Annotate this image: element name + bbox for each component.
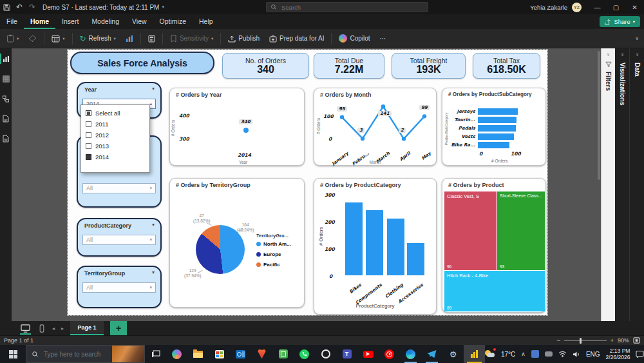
report-title[interactable]: Sales Force Analysis [70,52,214,74]
menu-view[interactable]: View [126,14,153,29]
checkbox-empty[interactable] [86,121,91,127]
chart-orders-by-year[interactable]: # Orders by Year # Orders 400 300 340 20… [169,88,305,166]
zoom-slider-thumb[interactable] [580,338,582,344]
youtube-music-icon[interactable] [379,345,400,363]
edge-browser-icon[interactable] [400,345,421,363]
chevron-down-icon[interactable]: ▾ [152,86,155,92]
menu-home[interactable]: Home [24,14,55,29]
share-button[interactable]: Share ▾ [600,16,640,27]
line-series[interactable] [314,88,437,166]
start-button[interactable] [0,345,26,363]
territory-group-slicer[interactable]: TerritoryGroup ▾ All ▾ [77,266,162,308]
collapse-ribbon-icon[interactable]: ∨ [635,35,639,41]
kpi-card-total-tax[interactable]: Total Tax 618.50K [473,53,540,79]
bar-row[interactable]: Tourin... [444,115,543,124]
next-page-icon[interactable]: ▸ [61,326,64,331]
kpi-card-orders[interactable]: No. of Orders 340 [222,53,309,79]
get-data-button[interactable]: ▾ [49,33,67,44]
copilot-button[interactable]: Copilot [336,32,372,44]
chart-orders-by-month[interactable]: # Orders by Month # Orders 100 0 9531412… [314,88,437,166]
tmdl-view-button[interactable] [0,133,12,144]
brave-browser-icon[interactable] [251,345,272,363]
undo-icon[interactable]: ↶ [13,3,26,11]
product-category-field[interactable]: All ▾ [82,235,156,245]
kpi-card-total-due[interactable]: Total Due 7.22M [314,53,384,79]
chart-orders-by-territorygroup[interactable]: # Orders by TerritoryGroup 47 (13.82%) 1… [169,178,305,308]
redo-icon[interactable]: ↷ [26,3,39,11]
canvas-scrollbar[interactable] [598,51,600,180]
previous-page-icon[interactable]: ◂ [52,326,55,331]
whatsapp-icon[interactable] [294,345,315,363]
treemap-cell-hitch-rack[interactable]: Hitch Rack - 4-Bike 89 [444,271,545,311]
option-select-all[interactable]: Select all [81,108,149,119]
hidden-slicer-field[interactable]: All ▾ [82,183,156,193]
chart-orders-by-product[interactable]: # Orders by Product Classic Vest, S 96 S… [442,178,546,313]
page-tab[interactable]: Page 1 [70,321,104,335]
menu-insert[interactable]: Insert [55,14,85,29]
powerbi-taskbar-icon[interactable] [464,345,485,363]
new-page-button[interactable]: + [110,321,127,335]
menu-file[interactable]: File [0,14,24,29]
green-app-icon[interactable] [272,345,294,363]
expand-pane-icon[interactable]: « [634,53,639,55]
menu-optimize[interactable]: Optimize [153,14,193,29]
temperature-label[interactable]: 17°C [501,351,515,358]
checkbox-checked[interactable] [86,154,91,160]
chevron-down-icon[interactable]: ▾ [152,222,155,228]
search-highlight-image[interactable] [112,346,144,362]
clock[interactable]: 2:13 PM 2/26/2026 [606,348,630,360]
dax-query-view-button[interactable] [0,113,12,124]
teams-icon[interactable]: T [336,345,357,363]
bar-row[interactable]: Vests [444,132,543,141]
visualizations-pane-collapsed[interactable]: « Visualizations [615,48,629,321]
weather-icon[interactable] [485,349,495,358]
expand-pane-icon[interactable]: « [619,53,625,55]
file-explorer-icon[interactable] [187,345,209,363]
task-view-button[interactable] [145,345,166,363]
global-search-box[interactable] [266,2,428,12]
bar-row[interactable]: Jerseys [444,107,543,115]
refresh-button[interactable]: ↻Refresh▾ [77,32,118,45]
kpi-card-total-freight[interactable]: Total Freight 193K [392,53,466,79]
youtube-icon[interactable] [357,345,379,363]
maximize-button[interactable]: ▢ [607,0,625,14]
publish-button[interactable]: Publish [225,33,262,44]
more-commands-button[interactable]: ⋯ [377,33,389,44]
menu-help[interactable]: Help [193,14,220,29]
chart-orders-by-productsubcategory[interactable]: # Orders by ProductSubCategory ProductSu… [442,88,546,166]
search-input[interactable] [280,3,409,12]
treemap-cell-short-sleeve[interactable]: Short-Sleeve Class... 93 [497,191,545,270]
bar-row[interactable]: Bike Ra... [444,141,543,149]
zoom-in-button[interactable]: + [611,337,614,344]
format-painter-button[interactable] [26,33,39,44]
product-category-slicer[interactable]: ProductCategory ▾ All ▾ [77,218,162,257]
desktop-layout-button[interactable] [19,321,32,335]
show-hidden-icons-button[interactable]: ∧ [521,351,526,357]
column-bar[interactable] [387,219,404,275]
copilot-taskbar-icon[interactable] [166,345,187,363]
chart-orders-by-productcategory[interactable]: # Orders by ProductCategory # Orders 300… [314,178,437,315]
legend-item[interactable]: Pacific [256,262,291,268]
bar-row[interactable]: Pedals [444,124,543,132]
tray-app-icon[interactable] [531,350,539,358]
bar-series[interactable]: Jerseys Tourin... Pedals Vests Bike Ra..… [444,107,543,149]
table-view-button[interactable] [0,74,12,84]
option-2012[interactable]: 2012 [81,130,149,141]
scatter-point[interactable] [243,128,249,133]
column-bar[interactable] [345,202,363,275]
data-pane-collapsed[interactable]: « Data [629,48,644,321]
menu-modeling[interactable]: Modeling [85,14,126,29]
filters-pane-collapsed[interactable]: « Filters [601,48,615,321]
taskbar-search-input[interactable] [43,350,106,358]
bar[interactable] [478,108,518,115]
user-name[interactable]: Yehia Zakarle [530,4,567,11]
settings-icon[interactable]: ⚙ [442,345,464,363]
model-view-button[interactable] [0,93,12,104]
checkbox-empty[interactable] [86,132,91,138]
checkbox-empty[interactable] [86,143,91,149]
chatgpt-icon[interactable] [315,345,336,363]
territory-group-field[interactable]: All ▾ [82,282,156,293]
option-2011[interactable]: 2011 [81,119,149,130]
minimize-button[interactable]: — [588,0,607,14]
mobile-layout-button[interactable] [38,321,46,335]
